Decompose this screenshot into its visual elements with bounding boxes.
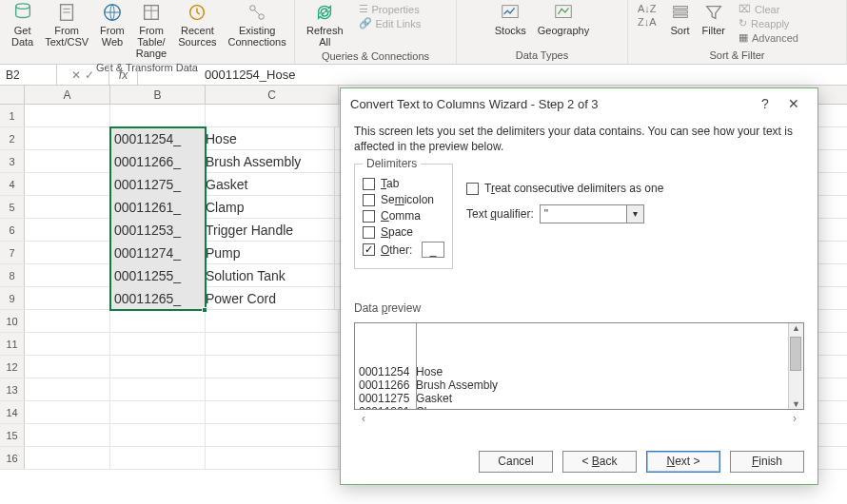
existing-connections-button[interactable]: Existing Connections <box>223 2 292 48</box>
cell[interactable] <box>110 333 206 355</box>
cell[interactable] <box>25 264 110 286</box>
advanced-button[interactable]: ▦Advanced <box>735 30 802 45</box>
cell[interactable] <box>110 310 206 332</box>
space-checkbox[interactable] <box>363 226 375 239</box>
cell[interactable] <box>110 424 206 446</box>
comma-checkbox[interactable] <box>363 210 375 223</box>
column-header[interactable]: B <box>110 86 206 104</box>
row-header[interactable]: 12 <box>0 356 25 378</box>
other-checkbox[interactable] <box>363 243 375 256</box>
cell[interactable] <box>110 356 206 378</box>
cell[interactable] <box>25 287 110 309</box>
cell[interactable]: Solution Tank <box>202 264 335 286</box>
scroll-left-icon[interactable]: ‹ <box>362 412 365 425</box>
cell[interactable] <box>206 105 339 126</box>
semicolon-checkbox[interactable] <box>363 194 375 206</box>
cell[interactable]: Trigger Handle <box>202 219 335 241</box>
select-all-corner[interactable] <box>0 86 25 104</box>
enter-formula-icon[interactable]: ✓ <box>85 68 94 82</box>
row-header[interactable]: 9 <box>0 287 25 309</box>
other-delimiter-input[interactable]: _ <box>422 242 444 258</box>
cell[interactable] <box>110 401 206 423</box>
cell[interactable] <box>206 378 339 400</box>
column-header[interactable]: C <box>206 86 339 104</box>
stocks-button[interactable]: Stocks <box>489 2 532 36</box>
row-header[interactable]: 6 <box>0 219 25 241</box>
cell[interactable] <box>25 424 110 446</box>
row-header[interactable]: 1 <box>0 105 25 126</box>
cell[interactable] <box>206 356 339 378</box>
cell[interactable]: Brush Assembly <box>202 150 335 172</box>
cell[interactable] <box>25 333 110 355</box>
cell[interactable] <box>25 401 110 423</box>
from-text-csv-button[interactable]: From Text/CSV <box>39 2 94 48</box>
row-header[interactable]: 5 <box>0 196 25 218</box>
refresh-all-button[interactable]: Refresh All <box>301 2 349 48</box>
tab-checkbox[interactable] <box>363 178 375 190</box>
cell[interactable]: 00011275_ <box>110 173 206 195</box>
column-header[interactable]: A <box>25 86 110 104</box>
cell[interactable]: 00011253_ <box>110 219 206 241</box>
cell[interactable] <box>25 219 110 241</box>
filter-button[interactable]: Filter <box>697 2 731 36</box>
fill-handle[interactable] <box>202 307 207 313</box>
next-button[interactable]: Next > <box>646 451 720 473</box>
row-header[interactable]: 15 <box>0 424 25 446</box>
cell[interactable] <box>25 447 110 469</box>
row-header[interactable]: 8 <box>0 264 25 286</box>
row-header[interactable]: 16 <box>0 447 25 469</box>
cell[interactable]: 00011261_ <box>110 196 206 218</box>
cell[interactable] <box>206 447 339 469</box>
row-header[interactable]: 4 <box>0 173 25 195</box>
preview-scrollbar[interactable] <box>788 323 803 409</box>
cancel-button[interactable]: Cancel <box>479 451 553 473</box>
treat-consecutive-checkbox[interactable] <box>466 183 479 195</box>
cell[interactable]: Clamp <box>202 196 335 218</box>
finish-button[interactable]: Finish <box>730 451 804 473</box>
scroll-right-icon[interactable]: › <box>793 412 797 425</box>
help-button[interactable]: ? <box>751 96 779 111</box>
row-header[interactable]: 10 <box>0 310 25 332</box>
cell[interactable] <box>25 242 110 263</box>
cell[interactable]: Hose <box>202 127 335 149</box>
from-table-range-button[interactable]: From Table/ Range <box>130 2 172 59</box>
cell[interactable] <box>206 424 339 446</box>
cell[interactable]: 00011274_ <box>110 242 206 263</box>
from-web-button[interactable]: From Web <box>94 2 130 48</box>
row-header[interactable]: 13 <box>0 378 25 400</box>
cancel-formula-icon[interactable]: ✕ <box>71 68 81 82</box>
dialog-titlebar[interactable]: Convert Text to Columns Wizard - Step 2 … <box>341 88 817 119</box>
cell[interactable] <box>206 333 339 355</box>
formula-input[interactable]: 00011254_Hose <box>138 68 847 82</box>
get-data-button[interactable]: Get Data <box>6 2 39 48</box>
name-box[interactable]: B2 <box>0 65 57 85</box>
cell[interactable] <box>25 378 110 400</box>
cell[interactable] <box>25 150 110 172</box>
row-header[interactable]: 14 <box>0 401 25 423</box>
cell[interactable] <box>25 356 110 378</box>
cell[interactable] <box>25 127 110 149</box>
back-button[interactable]: < Back <box>562 451 637 473</box>
geography-button[interactable]: Geography <box>532 2 595 36</box>
fx-icon[interactable]: fx <box>109 65 138 85</box>
cell[interactable]: 00011265_ <box>110 287 206 309</box>
cell[interactable]: Power Cord <box>202 287 335 309</box>
cell[interactable]: Pump <box>202 242 335 263</box>
cell[interactable] <box>25 173 110 195</box>
row-header[interactable]: 2 <box>0 127 25 149</box>
cell[interactable] <box>110 378 206 400</box>
cell[interactable]: 00011254_ <box>110 127 206 149</box>
close-button[interactable]: ✕ <box>779 96 808 111</box>
cell[interactable] <box>206 401 339 423</box>
row-header[interactable]: 3 <box>0 150 25 172</box>
cell[interactable] <box>25 310 110 332</box>
sort-button[interactable]: Sort <box>664 2 697 36</box>
row-header[interactable]: 11 <box>0 333 25 355</box>
sort-desc-button[interactable]: Z↓A <box>634 15 660 29</box>
row-header[interactable]: 7 <box>0 242 25 263</box>
recent-sources-button[interactable]: Recent Sources <box>172 2 222 48</box>
cell[interactable]: 00011255_ <box>110 264 206 286</box>
cell[interactable]: 00011266_ <box>110 150 206 172</box>
cell[interactable]: Gasket <box>202 173 335 195</box>
cell[interactable] <box>110 105 206 126</box>
